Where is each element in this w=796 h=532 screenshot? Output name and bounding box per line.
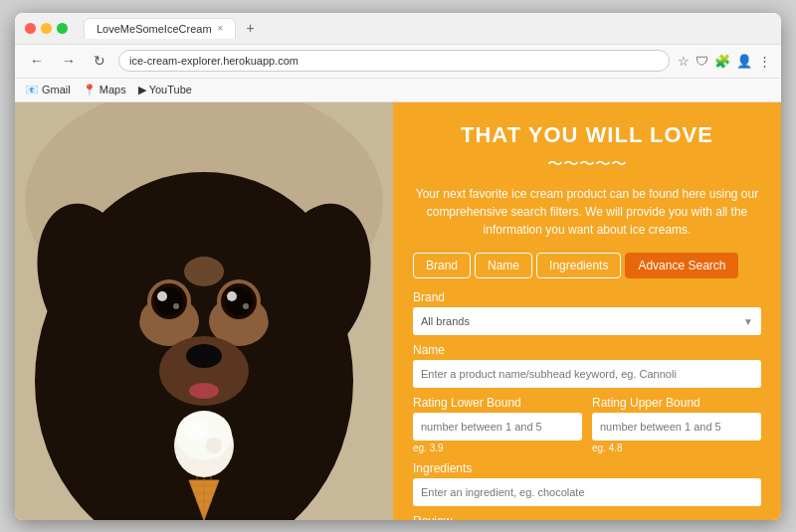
bookmark-maps[interactable]: 📍 Maps bbox=[83, 84, 126, 96]
tab-title: LoveMeSomeIceCream bbox=[97, 23, 212, 35]
brand-select[interactable]: All brands Ben & Jerry's Häagen-Dazs Bre… bbox=[413, 307, 761, 335]
title-bar: LoveMeSomeIceCream × + bbox=[15, 13, 781, 45]
address-bar[interactable]: ice-cream-explorer.herokuapp.com bbox=[118, 50, 670, 72]
main-content: THAT YOU WILL LOVE 〜〜〜〜〜 Your next favor… bbox=[15, 102, 781, 520]
rating-lower-hint: eg. 3.9 bbox=[413, 443, 582, 453]
browser-window: LoveMeSomeIceCream × + ← → ↻ ice-cream-e… bbox=[15, 13, 781, 520]
extensions-icon[interactable]: 🧩 bbox=[714, 54, 730, 69]
svg-point-18 bbox=[184, 257, 224, 286]
svg-point-16 bbox=[227, 291, 237, 301]
tab-name[interactable]: Name bbox=[475, 253, 532, 278]
rating-lower-label: Rating Lower Bound bbox=[413, 396, 582, 410]
back-button[interactable]: ← bbox=[25, 51, 49, 71]
svg-point-31 bbox=[184, 421, 208, 441]
youtube-icon: ▶ bbox=[138, 84, 146, 96]
bookmark-youtube[interactable]: ▶ YouTube bbox=[138, 84, 192, 96]
svg-point-10 bbox=[155, 287, 183, 315]
rating-upper-label: Rating Upper Bound bbox=[592, 396, 761, 410]
forward-button[interactable]: → bbox=[57, 51, 81, 71]
svg-point-32 bbox=[206, 438, 222, 453]
svg-point-11 bbox=[157, 291, 167, 301]
rating-upper-group: Rating Upper Bound eg. 4.8 bbox=[592, 396, 761, 453]
ingredients-input[interactable] bbox=[413, 478, 761, 506]
bookmarks-bar: 📧 Gmail 📍 Maps ▶ YouTube bbox=[15, 79, 781, 102]
svg-point-7 bbox=[186, 344, 222, 368]
brand-select-wrapper: All brands Ben & Jerry's Häagen-Dazs Bre… bbox=[413, 307, 761, 335]
title-decoration: 〜〜〜〜〜 bbox=[413, 154, 761, 175]
menu-icon[interactable]: ⋮ bbox=[758, 54, 771, 69]
rating-lower-group: Rating Lower Bound eg. 3.9 bbox=[413, 396, 582, 453]
svg-point-17 bbox=[243, 303, 249, 309]
hero-description: Your next favorite ice cream product can… bbox=[413, 185, 761, 239]
rating-upper-hint: eg. 4.8 bbox=[592, 443, 761, 453]
minimize-button[interactable] bbox=[41, 23, 52, 34]
maximize-button[interactable] bbox=[57, 23, 68, 34]
url-text: ice-cream-explorer.herokuapp.com bbox=[129, 55, 298, 67]
svg-point-12 bbox=[173, 303, 179, 309]
review-field-group: Review bbox=[413, 514, 761, 520]
review-label: Review bbox=[413, 514, 761, 520]
tab-ingredients[interactable]: Ingredients bbox=[536, 253, 621, 278]
gmail-icon: 📧 bbox=[25, 84, 39, 96]
rating-lower-input[interactable] bbox=[413, 413, 582, 441]
hero-title: THAT YOU WILL LOVE bbox=[413, 122, 761, 148]
svg-point-15 bbox=[225, 287, 253, 315]
name-label: Name bbox=[413, 343, 761, 357]
ingredients-label: Ingredients bbox=[413, 461, 761, 475]
refresh-button[interactable]: ↻ bbox=[89, 51, 110, 71]
search-tabs: Brand Name Ingredients Advance Search bbox=[413, 253, 761, 278]
tab-advance-search[interactable]: Advance Search bbox=[625, 253, 738, 278]
svg-point-33 bbox=[189, 383, 219, 399]
tab-bar: LoveMeSomeIceCream × + bbox=[84, 18, 261, 39]
rating-upper-input[interactable] bbox=[592, 413, 761, 441]
tab-close-icon[interactable]: × bbox=[218, 23, 224, 34]
close-button[interactable] bbox=[25, 23, 36, 34]
nav-icons: ☆ 🛡 🧩 👤 ⋮ bbox=[678, 54, 771, 69]
bookmark-gmail[interactable]: 📧 Gmail bbox=[25, 84, 71, 96]
bookmark-maps-label: Maps bbox=[100, 84, 126, 95]
maps-icon: 📍 bbox=[83, 84, 97, 96]
bookmark-gmail-label: Gmail bbox=[42, 84, 71, 95]
shield-icon: 🛡 bbox=[696, 54, 708, 69]
tab-brand[interactable]: Brand bbox=[413, 253, 471, 278]
bookmark-youtube-label: YouTube bbox=[149, 84, 192, 95]
nav-bar: ← → ↻ ice-cream-explorer.herokuapp.com ☆… bbox=[15, 45, 781, 79]
bookmark-star-icon[interactable]: ☆ bbox=[678, 54, 690, 69]
browser-tab[interactable]: LoveMeSomeIceCream × bbox=[84, 18, 236, 39]
content-section: THAT YOU WILL LOVE 〜〜〜〜〜 Your next favor… bbox=[393, 102, 781, 520]
brand-label: Brand bbox=[413, 290, 761, 304]
profile-icon[interactable]: 👤 bbox=[736, 54, 752, 69]
traffic-lights bbox=[25, 23, 68, 34]
rating-row: Rating Lower Bound eg. 3.9 Rating Upper … bbox=[413, 396, 761, 453]
photo-section bbox=[15, 102, 393, 520]
ingredients-field-group: Ingredients bbox=[413, 461, 761, 506]
new-tab-button[interactable]: + bbox=[240, 18, 260, 38]
name-input[interactable] bbox=[413, 360, 761, 388]
name-field-group: Name bbox=[413, 343, 761, 388]
brand-field-group: Brand All brands Ben & Jerry's Häagen-Da… bbox=[413, 290, 761, 335]
